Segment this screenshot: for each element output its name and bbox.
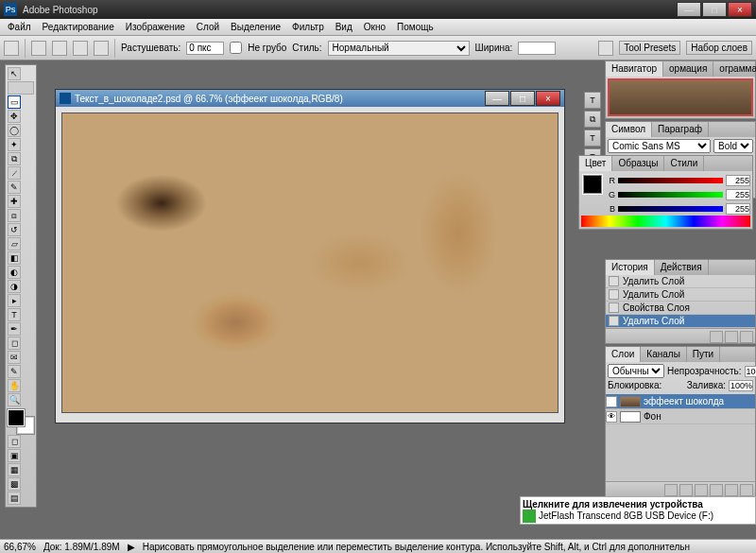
b-input[interactable] (726, 203, 750, 215)
style-select[interactable]: Нормальный (328, 41, 470, 56)
menu-help[interactable]: Помощь (391, 20, 439, 34)
menu-select[interactable]: Выделение (225, 20, 286, 34)
tab-character[interactable]: Символ (606, 122, 652, 137)
quickmask-icon[interactable]: ◻ (8, 435, 21, 448)
tab-swatches[interactable]: Образцы (612, 156, 664, 171)
path-tool-icon[interactable]: ▸ (8, 294, 21, 307)
brush-tool-icon[interactable]: ✎ (8, 181, 21, 194)
navigator-thumbnail[interactable] (608, 78, 753, 116)
move-tool-icon[interactable]: ↖ (8, 67, 21, 80)
new-layer-icon[interactable] (725, 484, 738, 496)
tab-info[interactable]: ормация (663, 61, 713, 77)
foreground-color-icon[interactable] (8, 409, 25, 426)
type2-icon[interactable]: T (584, 130, 601, 147)
hand-tool-icon[interactable]: ✋ (8, 379, 21, 392)
doc-minimize-button[interactable]: — (485, 91, 509, 106)
menu-file[interactable]: Файл (2, 20, 37, 34)
stamp-tool-icon[interactable]: ⧈ (8, 209, 21, 222)
tab-channels[interactable]: Каналы (641, 347, 687, 362)
minimize-button[interactable]: — (677, 2, 701, 17)
sel-int-icon[interactable] (94, 41, 109, 56)
blur-tool-icon[interactable]: ◐ (8, 266, 21, 279)
blend-mode-select[interactable]: Обычный (608, 364, 664, 378)
history-item[interactable]: Удалить Слой (606, 288, 755, 302)
doc-close-button[interactable]: × (536, 91, 560, 106)
menu-layer[interactable]: Слой (191, 20, 225, 34)
layer-thumbnail[interactable] (620, 396, 641, 407)
dodge-tool-icon[interactable]: ◑ (8, 280, 21, 293)
lock-position-icon[interactable] (676, 380, 684, 390)
history-item[interactable]: Удалить Слой (606, 275, 755, 288)
r-slider[interactable] (618, 178, 723, 183)
heal-tool-icon[interactable]: ✚ (8, 195, 21, 208)
wand-tool-icon[interactable]: ✦ (8, 138, 21, 151)
b-slider[interactable] (618, 206, 723, 212)
layer-thumbnail[interactable] (620, 411, 641, 423)
slice-tool-icon[interactable]: ⟋ (8, 166, 21, 180)
shape-tool-icon[interactable]: ◻ (8, 337, 21, 350)
tab-layers[interactable]: Слои (606, 347, 641, 362)
tab-histogram[interactable]: ограмма (713, 61, 756, 77)
tab-paths[interactable]: Пути (687, 347, 720, 362)
lock-pixels-icon[interactable] (664, 380, 673, 390)
screenmode-icon[interactable]: ▣ (8, 449, 21, 462)
g-slider[interactable] (618, 192, 723, 198)
tab-color[interactable]: Цвет (579, 156, 612, 171)
history-brush-icon[interactable]: ↺ (8, 223, 21, 236)
status-arrow-icon[interactable]: ▶ (128, 542, 135, 552)
layer-mask-icon[interactable] (679, 484, 693, 496)
eyedropper-tool-icon[interactable]: ✎ (8, 365, 21, 378)
font-family-select[interactable]: Comic Sans MS (608, 139, 711, 153)
visibility-toggle-icon[interactable]: 👁 (606, 396, 617, 407)
tab-paragraph[interactable]: Параграф (652, 122, 709, 137)
font-style-select[interactable]: Bold (713, 139, 753, 153)
metrics-icon[interactable]: ⧉ (584, 111, 601, 128)
tool-preset-icon[interactable] (4, 41, 19, 56)
new-doc-icon[interactable] (725, 331, 738, 343)
opacity-input[interactable] (745, 366, 756, 377)
doc-maximize-button[interactable]: □ (510, 91, 535, 106)
feather-input[interactable] (186, 42, 224, 55)
layer-item[interactable]: 👁 эффеект шоколда (606, 394, 755, 409)
antialias-checkbox[interactable] (230, 42, 242, 54)
layer-item[interactable]: 👁 Фон (606, 409, 755, 424)
screenmode2-icon[interactable]: ▦ (8, 463, 21, 476)
sel-sub-icon[interactable] (73, 41, 88, 56)
width-input[interactable] (518, 42, 556, 55)
tab-tool-presets[interactable]: Tool Presets (619, 41, 680, 55)
tab-history[interactable]: История (606, 260, 655, 275)
color-swatches[interactable] (8, 409, 34, 434)
menu-image[interactable]: Изображение (120, 20, 191, 34)
history-item[interactable]: Свойства Слоя (606, 302, 755, 315)
tab-layer-set[interactable]: Набор слоев (686, 41, 752, 55)
tab-styles[interactable]: Стили (664, 156, 704, 171)
canvas[interactable] (61, 112, 558, 413)
system-tray-notification[interactable]: Щелкните для извлечения устройства JetFl… (520, 496, 756, 525)
tab-navigator[interactable]: Навигатор (606, 61, 663, 77)
layer-style-icon[interactable] (664, 484, 678, 496)
notes-tool-icon[interactable]: ✉ (8, 351, 21, 364)
eraser-tool-icon[interactable]: ▱ (8, 237, 21, 251)
r-input[interactable] (726, 175, 750, 186)
menu-edit[interactable]: Редактирование (37, 20, 120, 34)
move-tool2-icon[interactable]: ✥ (8, 110, 21, 123)
jump-icon[interactable]: ▤ (8, 492, 21, 505)
marquee-tool-icon[interactable]: ▭ (8, 95, 21, 109)
menu-window[interactable]: Окно (358, 20, 391, 34)
gradient-tool-icon[interactable]: ◧ (8, 251, 21, 265)
color-spectrum[interactable] (581, 216, 750, 227)
zoom-tool-icon[interactable]: 🔍 (8, 393, 21, 406)
delete-layer-icon[interactable] (740, 484, 753, 496)
type-tool-icon[interactable]: T (8, 308, 21, 321)
menu-filter[interactable]: Фильтр (286, 20, 330, 34)
maximize-button[interactable]: □ (702, 2, 727, 17)
pen-tool-icon[interactable]: ✒ (8, 322, 21, 336)
new-set-icon[interactable] (695, 484, 708, 496)
trash-icon[interactable] (740, 331, 753, 343)
history-item[interactable]: Удалить Слой (606, 315, 755, 328)
sel-add-icon[interactable] (52, 41, 67, 56)
lasso-tool-icon[interactable]: ◯ (8, 124, 21, 137)
new-snapshot-icon[interactable] (710, 331, 723, 343)
zoom-value[interactable]: 66,67% (4, 542, 36, 552)
close-button[interactable]: × (728, 2, 752, 17)
